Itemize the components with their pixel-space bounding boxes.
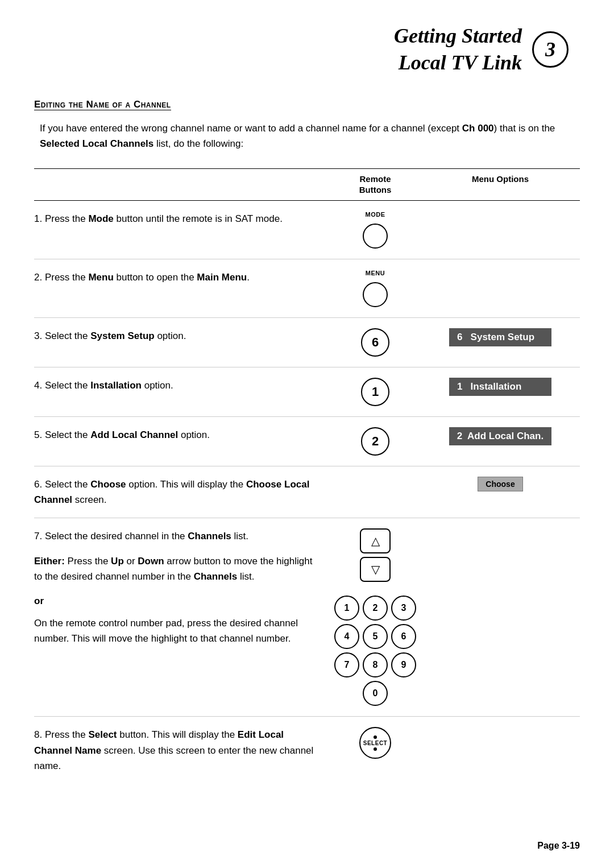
numpad-4: 4: [334, 624, 359, 649]
step-4-remote: 1: [330, 378, 421, 406]
title-line2: Local TV Link: [399, 51, 522, 74]
step-row-4: 4. Select the Installation option. 1 1 I…: [34, 367, 580, 417]
title-line1: Getting Started: [394, 24, 522, 47]
numpad-0: 0: [363, 681, 388, 706]
select-dot-top: [374, 735, 377, 739]
step-2-text: 2. Press the Menu button to open the Mai…: [34, 270, 330, 285]
numpad-3: 3: [391, 596, 416, 621]
step-row-1: 1. Press the Mode button until the remot…: [34, 201, 580, 259]
step-row-3: 3. Select the System Setup option. 6 6 S…: [34, 318, 580, 367]
numpad-1: 1: [334, 596, 359, 621]
up-arrow-btn: △: [360, 528, 391, 553]
step-3-number-btn: 6: [361, 328, 389, 357]
menu-label: MENU: [366, 270, 385, 276]
step-row-2: 2. Press the Menu button to open the Mai…: [34, 259, 580, 318]
chapter-badge: 3: [532, 31, 569, 68]
step-3-text: 3. Select the System Setup option.: [34, 328, 330, 344]
col-steps-header: [34, 173, 330, 196]
system-setup-menu: 6 System Setup: [449, 328, 551, 346]
menu-header-label: Menu Options: [421, 173, 580, 185]
step-6-text: 6. Select the Choose option. This will d…: [34, 477, 330, 507]
col-remote-header: RemoteButtons: [330, 173, 421, 196]
step-1-remote: MODE: [330, 211, 421, 249]
numpad-5: 5: [363, 624, 388, 649]
step-7-text: 7. Select the desired channel in the Cha…: [34, 528, 330, 646]
step-5-number-btn: 2: [361, 427, 389, 456]
table-header-row: RemoteButtons Menu Options: [34, 169, 580, 201]
step-4-number-btn: 1: [361, 378, 389, 406]
down-arrow-btn: ▽: [360, 557, 391, 582]
header-right: Getting Started Local TV Link 3: [394, 23, 569, 76]
step-8-text: 8. Press the Select button. This will di…: [34, 727, 330, 774]
step-3-remote: 6: [330, 328, 421, 357]
numpad-2: 2: [363, 596, 388, 621]
menu-button: [363, 282, 388, 307]
step-row-8: 8. Press the Select button. This will di…: [34, 717, 580, 784]
numpad-7: 7: [334, 652, 359, 677]
step-row-6: 6. Select the Choose option. This will d…: [34, 466, 580, 518]
select-button: SELECT: [359, 727, 391, 759]
page-container: Getting Started Local TV Link 3 Editing …: [0, 0, 614, 868]
intro-text: If you have entered the wrong channel na…: [34, 121, 580, 151]
numpad: 1 2 3 4 5 6 7 8 9 0: [334, 596, 416, 706]
page-header: Getting Started Local TV Link 3: [34, 23, 580, 76]
header-title: Getting Started Local TV Link: [394, 23, 522, 76]
mode-label: MODE: [366, 211, 385, 218]
choose-button: Choose: [478, 477, 523, 491]
numpad-6: 6: [391, 624, 416, 649]
chapter-number: 3: [545, 38, 555, 61]
step-1-text: 1. Press the Mode button until the remot…: [34, 211, 330, 226]
installation-menu: 1 Installation: [449, 378, 551, 396]
section-heading-text: Editing the Name of a Channel: [34, 99, 171, 110]
mode-button: [363, 224, 388, 249]
step-row-7: 7. Select the desired channel in the Cha…: [34, 518, 580, 717]
step-row-5: 5. Select the Add Local Channel option. …: [34, 417, 580, 466]
step-5-remote: 2: [330, 427, 421, 456]
step-3-menu: 6 System Setup: [421, 328, 580, 346]
step-4-menu: 1 Installation: [421, 378, 580, 396]
step-2-remote: MENU: [330, 270, 421, 307]
select-text: SELECT: [363, 740, 387, 746]
section-heading: Editing the Name of a Channel: [34, 99, 580, 110]
select-dot-bottom: [374, 747, 377, 751]
step-8-remote: SELECT: [330, 727, 421, 759]
step-5-menu: 2 Add Local Chan.: [421, 427, 580, 445]
page-number: Page 3-19: [537, 841, 580, 850]
numpad-8: 8: [363, 652, 388, 677]
step-6-menu: Choose: [421, 477, 580, 491]
numpad-9: 9: [391, 652, 416, 677]
page-footer: Page 3-19: [537, 841, 580, 851]
col-menu-header: Menu Options: [421, 173, 580, 196]
add-local-chan-menu: 2 Add Local Chan.: [449, 427, 551, 445]
step-5-text: 5. Select the Add Local Channel option.: [34, 427, 330, 443]
step-4-text: 4. Select the Installation option.: [34, 378, 330, 393]
steps-table: RemoteButtons Menu Options 1. Press the …: [34, 168, 580, 784]
remote-header-label: RemoteButtons: [330, 173, 421, 196]
step-7-remote: △ ▽ 1 2 3 4 5 6 7 8 9 0: [330, 528, 421, 706]
